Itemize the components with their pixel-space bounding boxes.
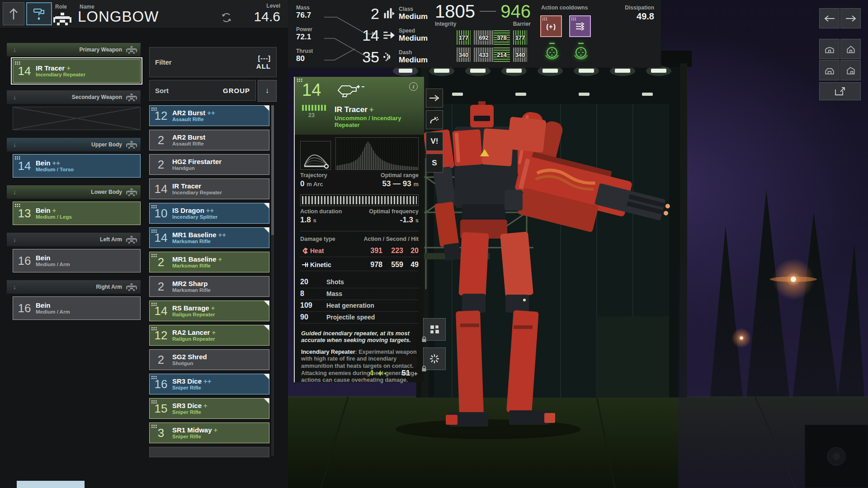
- cost-plus: +: [414, 370, 418, 377]
- s-pattern-icon: S: [432, 159, 437, 168]
- paint-button[interactable]: [26, 2, 52, 25]
- list-item[interactable]: 14 IR Tracer Incendiary Repeater: [149, 178, 269, 199]
- duration-bar: [300, 194, 419, 206]
- list-item[interactable]: 10 IS Dragon++ Incendiary Splitter: [149, 203, 269, 224]
- equipped-item[interactable]: 14 Bein++ Medium / Torso: [13, 154, 141, 178]
- slot-group-label: Primary Weapon: [16, 47, 122, 53]
- view-hangar-house-button[interactable]: [840, 39, 861, 59]
- equipped-item[interactable]: 16 Bein Medium / Arm: [13, 296, 141, 320]
- class-label: Class: [399, 6, 428, 12]
- item-name: IR Tracer: [172, 182, 201, 190]
- list-item[interactable]: 14 MR1 Baseline++ Marksman Rifle: [149, 227, 269, 248]
- mass-value: 76.7: [296, 11, 311, 20]
- dash-label: Dash: [399, 49, 428, 56]
- item-quality: ++: [203, 377, 212, 385]
- list-item[interactable]: 15 SR3 Dice+ Sniper Rifle: [149, 398, 269, 419]
- slot-group-header[interactable]: ↓ Lower Body: [7, 185, 141, 199]
- damage-hit: 49: [403, 261, 419, 269]
- filter-box[interactable]: Filter [---] ALL: [149, 47, 277, 77]
- burst-icon: [429, 354, 439, 364]
- role-label: Role: [55, 4, 67, 10]
- part-icon: [126, 94, 137, 101]
- prev-mech-button[interactable]: [819, 8, 840, 28]
- list-item[interactable]: 2 HG2 Firestarter Handgun: [149, 154, 269, 175]
- item-detail-panel: 14 23 i IR Tracer+ Uncommon / Incendiary…: [294, 77, 424, 382]
- slot-group-header[interactable]: ↓ Left Arm: [7, 233, 141, 246]
- equipped-item[interactable]: [13, 107, 141, 130]
- item-subtitle: Incendiary Repeater: [36, 72, 85, 78]
- unit-name[interactable]: LONGBOW: [78, 8, 159, 25]
- view-hangar-angled-button[interactable]: [840, 60, 861, 80]
- slot-group-header[interactable]: ↓ Right Arm: [7, 280, 141, 294]
- tab-accuracy[interactable]: V!: [426, 132, 443, 151]
- sort-box[interactable]: Sort GROUP: [149, 80, 256, 101]
- item-name: MR1 Baseline: [172, 255, 217, 263]
- sort-value: GROUP: [223, 87, 250, 94]
- hangar-wide-icon: [825, 45, 835, 54]
- equipped-item[interactable]: 16 Bein Medium / Arm: [13, 249, 141, 272]
- cooldown-heat-action-button[interactable]: (+): [540, 15, 562, 37]
- info-icon[interactable]: i: [409, 82, 418, 91]
- range-label: Optimal range: [381, 172, 419, 179]
- next-mech-button[interactable]: [840, 8, 861, 28]
- list-item[interactable]: 2 AR2 Burst Assault Rifle: [149, 130, 269, 150]
- duration-value: 1.8: [300, 216, 311, 224]
- item-level: 14: [150, 304, 172, 318]
- view-hangar-wide-button[interactable]: [819, 39, 840, 59]
- damage-type: Kinetic: [310, 261, 362, 268]
- slot-group-header[interactable]: ↓ Upper Body: [7, 138, 141, 151]
- list-item[interactable]: 12 AR2 Burst++ Assault Rifle: [149, 105, 269, 126]
- dash-rating: Medium: [399, 56, 428, 65]
- item-level: 2: [150, 133, 172, 147]
- item-level: 16: [13, 254, 36, 268]
- scrollbar-thumb[interactable]: [271, 105, 274, 235]
- burst-socket-button[interactable]: [423, 347, 446, 370]
- cycle-name-icon[interactable]: [221, 12, 232, 23]
- list-item[interactable]: 14 RS Barrage+ Railgun Repeater: [149, 300, 269, 321]
- item-quality: +: [203, 402, 208, 409]
- mass-label: Mass: [296, 5, 311, 11]
- list-item[interactable]: 12 RA2 Lancer+ Railgun Repeater: [149, 325, 269, 346]
- dissipation-block: Dissipation 49.8: [625, 5, 654, 22]
- item-name: IS Dragon: [172, 206, 204, 214]
- item-subtitle: Medium / Arm: [36, 262, 70, 267]
- tab-fire-mode[interactable]: [426, 89, 443, 108]
- detail-side-tabs: V! S: [426, 89, 443, 173]
- part-value: 177: [515, 34, 525, 41]
- damage-hit: 20: [403, 247, 419, 255]
- back-button[interactable]: [3, 2, 24, 25]
- list-item[interactable]: 16 SR3 Dice++ Sniper Rifle: [149, 374, 269, 394]
- item-subtitle: Assault Rifle: [172, 117, 215, 122]
- item-quality: +: [212, 328, 216, 336]
- item-subtitle: Railgun Repeater: [172, 312, 215, 318]
- slot-group-label: Right Arm: [16, 284, 122, 290]
- list-item[interactable]: 2 MR1 Baseline+ Marksman Rifle: [149, 252, 269, 272]
- fullscreen-button[interactable]: [819, 82, 861, 100]
- view-hangar-barn-button[interactable]: [819, 60, 840, 80]
- stat-value: 20: [300, 278, 326, 286]
- detail-quality: +: [369, 105, 374, 114]
- slot-group-header[interactable]: ↓ Secondary Weapon: [7, 90, 141, 104]
- kinetic-icon: [300, 261, 310, 268]
- equipped-item[interactable]: 14 IR Tracer+ Incendiary Repeater: [13, 59, 141, 83]
- list-item[interactable]: 3 SR1 Midway+ Sniper Rifle: [149, 422, 269, 443]
- chevron-down-icon: ↓: [13, 46, 16, 53]
- grid-socket-button[interactable]: [423, 318, 446, 341]
- tab-status-effect[interactable]: [426, 110, 443, 129]
- detail-footer: 4 51 +: [369, 369, 418, 378]
- class-bars-icon: [383, 8, 395, 19]
- item-name: Bein: [36, 159, 51, 167]
- mech-role-icon[interactable]: [53, 12, 71, 26]
- tab-salvo[interactable]: S: [426, 154, 443, 173]
- equipped-item[interactable]: 13 Bein+ Medium / Legs: [13, 202, 141, 225]
- list-scrollbar[interactable]: [271, 105, 274, 456]
- fullscreen-icon: [834, 86, 846, 96]
- cooldown-dash-action-button[interactable]: [569, 15, 591, 37]
- sort-direction-button[interactable]: ↓: [258, 80, 277, 102]
- item-subtitle: Marksman Rifle: [172, 287, 211, 293]
- part-value: 692: [479, 34, 489, 41]
- list-item[interactable]: 2 SG2 Shred Shotgun: [149, 349, 269, 370]
- list-item[interactable]: 2 MR2 Sharp Marksman Rifle: [149, 276, 269, 297]
- slot-group-header[interactable]: ↓ Primary Weapon: [7, 43, 141, 56]
- plus-parentheses-icon: (+): [546, 23, 556, 30]
